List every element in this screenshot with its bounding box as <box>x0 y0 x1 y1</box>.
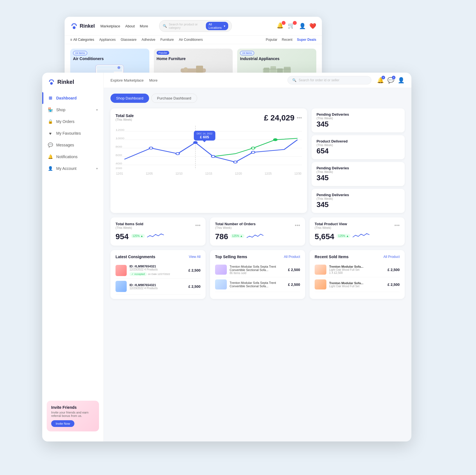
selling-info-1: Trenton Modular Sofa Septa Trent Convert… <box>230 265 285 275</box>
sidebar-item-favourites[interactable]: ♥ My Favourites <box>42 127 103 139</box>
sidebar-item-account[interactable]: 👤 My Account ▾ <box>42 163 103 174</box>
lower-stats-row: Total Items Sold (This Week) ••• 954 125… <box>110 217 405 246</box>
product-view-growth: 125% ▲ <box>336 234 350 238</box>
svg-point-6 <box>117 66 120 69</box>
furniture-title: Home Furniture <box>157 56 186 61</box>
sidebar-item-notifications[interactable]: 🔔 Notifications <box>42 151 103 163</box>
cat-furniture[interactable]: Furniture <box>161 38 174 42</box>
sidebar-item-orders[interactable]: 🔒 My Orders <box>42 116 103 127</box>
invite-friends-box: Invite Friends Invite your friends and e… <box>47 401 99 431</box>
location-badge[interactable]: All Locations ▾ <box>206 22 228 30</box>
nav-explore-marketplace[interactable]: Explore Marketplace <box>110 78 144 82</box>
svg-rect-4 <box>97 71 122 71</box>
invite-desc: Invite your friends and earn referral bo… <box>51 411 95 417</box>
orders-icon: 🔒 <box>48 119 53 124</box>
sidebar-logo: Rinkel <box>42 78 103 92</box>
top-selling-view-all[interactable]: All Product <box>284 255 300 259</box>
chevron-down-icon: ▾ <box>96 167 98 170</box>
recent-sold-header: Recent Sold Items All Product <box>315 255 400 259</box>
selling-thumb-2 <box>215 279 227 289</box>
cat-airconditioners[interactable]: Air Conditioners <box>179 38 203 42</box>
product-view-options[interactable]: ••• <box>394 223 400 229</box>
svg-point-35 <box>273 138 277 141</box>
shop-icon: 🏪 <box>48 107 53 112</box>
consignment-thumb-1 <box>116 265 127 276</box>
cart-icon-badge[interactable]: 🛒 <box>288 22 296 30</box>
svg-point-0 <box>73 26 76 29</box>
stat-pending-deliveries-1: Pending Deliveries (This Week) 345 <box>312 108 405 132</box>
dashboard-nav-icons: 🔔9 💬9 👤 <box>377 77 405 84</box>
chat-icon-badge[interactable]: 💬9 <box>387 77 394 84</box>
svg-text:200: 200 <box>116 167 122 170</box>
svg-text:800: 800 <box>116 145 122 148</box>
industrial-items-badge: 24 Items <box>240 51 254 55</box>
invite-now-button[interactable]: Invite Now <box>51 420 74 427</box>
total-items-sold-card: Total Items Sold (This Week) ••• 954 125… <box>110 217 206 246</box>
selling-item-2: Trenton Modular Sofa Septa Trent Convert… <box>215 277 300 292</box>
selling-item-1: Trenton Modular Sofa Septa Trent Convert… <box>215 262 300 277</box>
nav-more[interactable]: More <box>140 24 148 28</box>
stat-product-delivered: Product Delivered (This Week) 654 <box>312 135 405 159</box>
consignments-header: Latest Consignments View All <box>116 255 201 259</box>
items-sold-options[interactable]: ••• <box>195 223 201 229</box>
cat-adhesive[interactable]: Adhesive <box>142 38 155 42</box>
orders-options[interactable]: ••• <box>295 223 300 229</box>
messages-icon: 💬 <box>48 142 53 148</box>
consignment-status-accepted: ✓ Accepted <box>129 272 147 276</box>
marketplace-nav-links: Marketplace About More <box>100 24 148 28</box>
top-selling-header: Top Selling Items All Product <box>215 255 300 259</box>
user-icon[interactable]: 👤 <box>299 23 306 29</box>
consignment-info-1: ID: #LM987654321 12/23/2022 4 Products ✓… <box>129 265 186 276</box>
svg-text:1200: 1200 <box>116 129 124 132</box>
filter-popular[interactable]: Popular <box>266 38 277 42</box>
svg-point-34 <box>251 147 255 149</box>
svg-rect-5 <box>97 72 114 72</box>
nav-more[interactable]: More <box>149 78 158 82</box>
selling-info-2: Trenton Modular Sofa Septa Trent Convert… <box>230 281 285 288</box>
tab-purchase-dashboard[interactable]: Purchase Dashboard <box>151 94 197 103</box>
main-content: Explore Marketplace More 🔍 Search for or… <box>104 73 411 441</box>
dashboard-topnav: Explore Marketplace More 🔍 Search for or… <box>104 73 411 88</box>
dashboard-search-bar[interactable]: 🔍 Search for order id or seller <box>288 76 371 84</box>
sidebar-item-dashboard[interactable]: ⊞ Dashboard <box>42 92 103 104</box>
dashboard-tabs: Shop Dashboard Purchase Dashboard <box>110 94 405 103</box>
recent-thumb-1 <box>315 265 326 275</box>
dashboard-body: Shop Dashboard Purchase Dashboard Total … <box>104 88 411 441</box>
cat-appliances[interactable]: Appliances <box>99 38 116 42</box>
cat-glassware[interactable]: Glassware <box>121 38 136 42</box>
heart-icon: ♥ <box>48 131 53 136</box>
svg-point-28 <box>176 153 180 155</box>
all-categories[interactable]: ≡ All Categories <box>70 38 94 42</box>
items-sold-growth: 125% ▲ <box>131 234 145 238</box>
notification-icon-badge[interactable]: 🔔 <box>277 22 284 30</box>
recent-sold-view-all[interactable]: All Product <box>383 255 400 259</box>
nav-marketplace[interactable]: Marketplace <box>100 24 120 28</box>
stats-row: Total Sale (This Week) £ 24,029 ••• <box>110 108 405 213</box>
consignment-info-2: ID: #LM987654321 12/23/2022 4 Products <box>129 283 186 290</box>
consignments-view-all[interactable]: View All <box>189 255 201 259</box>
sidebar-item-shop[interactable]: 🏪 Shop ▾ <box>42 104 103 116</box>
svg-point-21 <box>50 82 53 85</box>
user-icon: 👤 <box>48 166 53 171</box>
ac-title: Air Conditioners <box>73 56 104 61</box>
sidebar-item-messages[interactable]: 💬 Messages <box>42 139 103 151</box>
total-product-view-card: Total Product View (This Week) ••• 5,654… <box>310 217 405 246</box>
wishlist-icon[interactable]: ❤️ <box>309 23 316 29</box>
chart-header: Total Sale (This Week) £ 24,029 ••• <box>116 113 302 122</box>
bell-icon-badge[interactable]: 🔔9 <box>377 77 384 84</box>
industrial-title: Industrial Appliances <box>240 56 279 61</box>
recent-sold-items-card: Recent Sold Items All Product Trenton Mo… <box>310 250 405 299</box>
svg-text:400: 400 <box>116 162 122 165</box>
dashboard-nav-links: Explore Marketplace More <box>110 78 157 82</box>
tab-shop-dashboard[interactable]: Shop Dashboard <box>110 94 149 103</box>
user-avatar[interactable]: 👤 <box>398 77 405 84</box>
grid-icon: ⊞ <box>48 96 53 101</box>
svg-point-27 <box>149 147 153 149</box>
chart-options-button[interactable]: ••• <box>297 115 302 121</box>
filter-superdeals[interactable]: Super Deals <box>297 38 316 42</box>
filter-recent[interactable]: Recent <box>282 38 293 42</box>
nav-about[interactable]: About <box>125 24 135 28</box>
latest-consignments-card: Latest Consignments View All ID: #LM9876… <box>110 250 206 299</box>
marketplace-search-bar[interactable]: 🔍 Search for product or category All Loc… <box>159 20 232 32</box>
chart-title-group: Total Sale (This Week) <box>116 113 134 121</box>
